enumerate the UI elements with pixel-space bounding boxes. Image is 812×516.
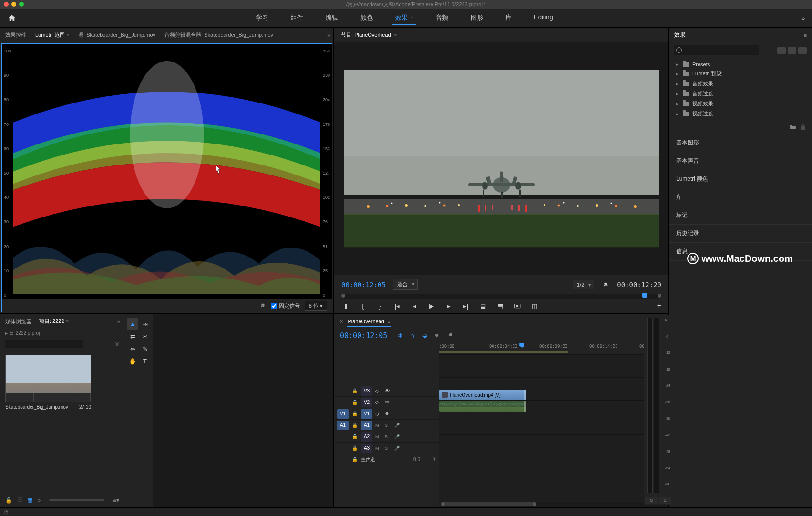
effects-folder[interactable]: ▸Lumetri 预设 <box>669 69 812 79</box>
mark-in-icon[interactable]: ▮ <box>341 301 350 310</box>
lock-icon[interactable]: 🔒 <box>351 423 358 428</box>
sync-lock-icon[interactable]: ◇ <box>375 400 382 405</box>
source-tab[interactable]: Lumetri 范围≡ <box>34 30 70 41</box>
accelerated-badge-icon[interactable] <box>777 47 786 54</box>
program-video-display[interactable] <box>344 70 659 247</box>
toggle-output-icon[interactable]: 👁 <box>385 388 391 393</box>
stacked-panel-header[interactable]: Lumetri 颜色 <box>669 170 812 188</box>
sort-icon[interactable]: ≡▾ <box>113 497 119 504</box>
panel-menu-button[interactable]: » <box>327 32 330 39</box>
clamp-signal-checkbox[interactable]: 固定信号 <box>271 302 300 310</box>
lift-icon[interactable]: ⬓ <box>479 301 487 310</box>
lock-icon[interactable]: 🔒 <box>351 411 358 416</box>
track-header-A1[interactable]: A1🔒A1MS🎤 <box>334 419 439 431</box>
workspace-tab-编辑[interactable]: 编辑 <box>323 11 341 25</box>
extract-icon[interactable]: ⬒ <box>496 301 504 310</box>
home-icon[interactable] <box>7 14 17 22</box>
toggle-output-icon[interactable]: 👁 <box>385 400 391 405</box>
track-target[interactable]: V2 <box>361 398 372 407</box>
source-patch[interactable]: A1 <box>337 421 349 430</box>
voice-record-icon[interactable]: 🎤 <box>394 434 401 439</box>
voice-record-icon[interactable]: 🎤 <box>394 423 401 428</box>
stacked-panel-header[interactable]: 历史记录 <box>669 225 812 243</box>
bracket-in-icon[interactable]: { <box>359 301 367 310</box>
add-marker-icon[interactable]: ⬙ <box>422 332 430 340</box>
track-header-A3[interactable]: 🔒A3MS🎤 <box>334 442 439 454</box>
lock-icon[interactable]: 🔒 <box>351 434 358 439</box>
workspace-tab-音频[interactable]: 音频 <box>433 11 451 25</box>
timeline-timecode[interactable]: 00:00:12:05 <box>340 331 387 340</box>
play-icon[interactable]: ▶ <box>427 301 436 310</box>
source-tab[interactable]: 源: Skateboarder_Big_Jump.mov <box>77 30 156 41</box>
minimize-window-button[interactable] <box>11 2 16 7</box>
slip-tool-icon[interactable]: ⇔ <box>127 343 138 354</box>
workspace-tab-颜色[interactable]: 颜色 <box>358 11 376 25</box>
hand-tool-icon[interactable]: ✋ <box>127 355 138 367</box>
panel-overflow-icon[interactable]: » <box>117 319 120 324</box>
effects-folder[interactable]: ▸视频效果 <box>669 99 812 109</box>
lock-icon[interactable]: 🔒 <box>351 445 358 451</box>
clip-thumbnail[interactable] <box>5 355 91 402</box>
master-value[interactable]: 0.0 <box>413 457 420 462</box>
find-icon[interactable]: ⦾ <box>115 341 119 347</box>
step-back-icon[interactable]: ◂ <box>410 301 419 310</box>
lock-icon[interactable]: 🔒 <box>351 400 358 405</box>
mute-button[interactable]: M <box>375 423 382 428</box>
workspace-tab-图形[interactable]: 图形 <box>468 11 486 25</box>
project-tab[interactable]: 媒体浏览器 <box>4 316 32 327</box>
bin-item[interactable]: Skateboarder_Big_Jump.mov 27:10 <box>5 355 91 410</box>
effects-folder[interactable]: ▸音频效果 <box>669 79 812 89</box>
lock-icon[interactable]: 🔒 <box>351 457 358 462</box>
program-scrubber[interactable] <box>341 294 661 299</box>
solo-button[interactable]: S <box>385 423 391 428</box>
snap-icon[interactable]: ❄ <box>398 332 405 340</box>
zoom-fit-dropdown[interactable]: 适合 <box>393 279 418 290</box>
timeline-playhead[interactable] <box>522 343 522 507</box>
collapse-icon[interactable]: ⤒ <box>432 457 436 462</box>
go-to-out-icon[interactable]: ▸| <box>462 301 470 310</box>
marker-icon[interactable]: ♥ <box>435 332 442 340</box>
workspace-tab-学习[interactable]: 学习 <box>253 11 271 25</box>
effects-folder[interactable]: ▸视频过渡 <box>669 109 812 119</box>
razor-tool-icon[interactable]: ✂ <box>139 330 151 342</box>
project-search-input[interactable] <box>5 340 83 348</box>
close-window-button[interactable] <box>4 2 9 7</box>
toggle-output-icon[interactable]: 👁 <box>385 411 391 416</box>
linked-selection-icon[interactable]: ∩ <box>410 332 418 340</box>
freeform-view-icon[interactable]: ○ <box>37 497 41 504</box>
stacked-panel-header[interactable]: 标记 <box>669 206 812 225</box>
mute-button[interactable]: M <box>375 446 382 451</box>
source-tab[interactable]: 音频剪辑混合器: Skateboarder_Big_Jump.mov <box>164 30 274 41</box>
workspace-tab-组件[interactable]: 组件 <box>288 11 306 25</box>
effects-search-input[interactable] <box>674 45 759 55</box>
solo-left-button[interactable]: S <box>645 497 658 504</box>
source-patch[interactable]: V1 <box>337 409 349 419</box>
sync-lock-icon[interactable]: ◇ <box>375 388 382 393</box>
timeline-tracks-area[interactable]: :00:0000:00:04:2300:00:09:2300:00:14:230… <box>439 343 668 507</box>
maximize-window-button[interactable] <box>19 2 24 7</box>
source-tab[interactable]: 效果控件 <box>4 30 27 41</box>
sequence-tab[interactable]: PlaneOverhead ≡ <box>347 317 391 327</box>
solo-button[interactable]: S <box>385 446 391 451</box>
workspace-tab-库[interactable]: 库 <box>503 11 514 25</box>
stacked-panel-header[interactable]: 库 <box>669 188 812 206</box>
lumetri-scope-display[interactable]: 1009080706050403020100 25523020417815312… <box>1 43 332 312</box>
timeline-ruler[interactable]: :00:0000:00:04:2300:00:09:2300:00:14:230… <box>439 343 668 354</box>
playback-resolution-dropdown[interactable]: 1/2 <box>573 280 594 289</box>
audio-clip[interactable] <box>439 401 526 412</box>
delete-icon[interactable] <box>800 124 806 131</box>
fx-badge-icon[interactable] <box>442 392 448 398</box>
lock-icon[interactable]: 🔒 <box>351 388 358 393</box>
effects-folder[interactable]: ▸Presets <box>669 60 812 69</box>
sync-lock-icon[interactable]: ◇ <box>375 411 382 416</box>
bracket-out-icon[interactable]: } <box>376 301 384 310</box>
program-tab[interactable]: 节目: PlaneOverhead ≡ <box>340 30 398 41</box>
pen-tool-icon[interactable]: ✎ <box>139 343 151 354</box>
write-lock-icon[interactable]: 🔒 <box>5 497 12 504</box>
track-target[interactable]: A2 <box>361 432 372 442</box>
track-header-V3[interactable]: 🔒V3◇👁 <box>334 385 439 396</box>
solo-right-button[interactable]: S <box>659 497 672 504</box>
comparison-view-icon[interactable]: ◫ <box>530 301 539 310</box>
track-header-V2[interactable]: 🔒V2◇👁 <box>334 396 439 408</box>
export-frame-icon[interactable] <box>513 301 522 310</box>
